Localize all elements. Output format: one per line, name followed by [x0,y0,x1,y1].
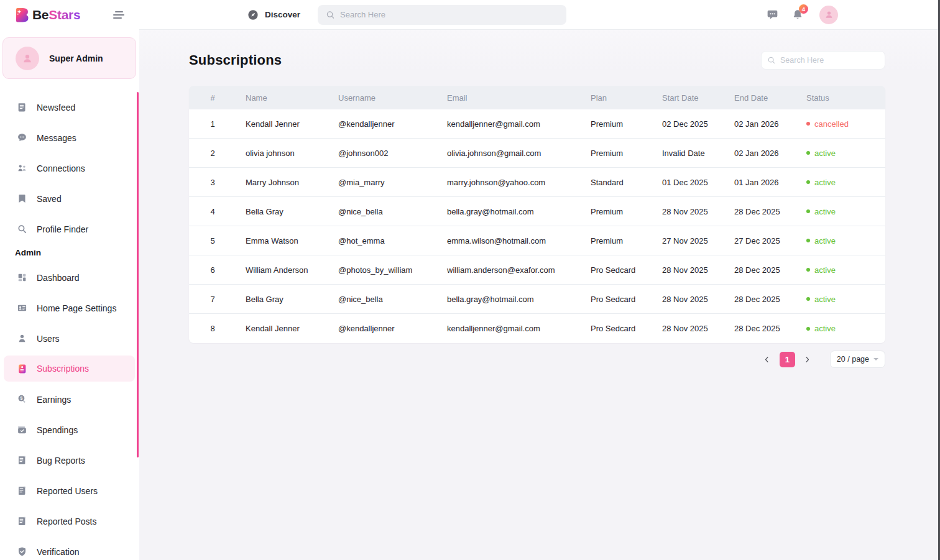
cell-username: @kendalljenner [328,324,437,333]
column-header: Start Date [652,93,724,103]
status-badge: active [814,178,836,187]
sidebar-item-reported-users[interactable]: Reported Users [4,475,135,506]
cell-end-date: 28 Dec 2025 [724,324,796,333]
cell-name: Bella Gray [236,295,328,304]
sidebar-item-profile-finder[interactable]: Profile Finder [4,214,135,244]
table-row[interactable]: 2 olivia johnson @johnson002 olivia.john… [189,139,885,168]
cell-status: active [796,265,885,275]
status-badge: active [814,324,836,333]
cell-index: 2 [189,149,236,158]
users-icon [16,333,27,344]
table-row[interactable]: 1 Kendall Jenner @kendalljenner kendallj… [189,109,885,139]
subscriptions-table: # Name Username Email Plan Start Date En… [189,86,885,343]
cell-end-date: 28 Dec 2025 [724,207,796,216]
title-row: Subscriptions [189,51,885,70]
page-size-select[interactable]: 20 / page [830,351,885,368]
notifications-bell-icon[interactable]: 4 [792,9,803,21]
status-dot-icon [806,180,810,184]
status-dot-icon [806,297,810,301]
status-badge: active [814,149,836,158]
cell-email: olivia.johnson@gmail.com [437,149,580,158]
global-search-input[interactable] [318,5,566,25]
cell-plan: Premium [580,236,652,246]
sidebar-item-newsfeed[interactable]: Newsfeed [4,92,135,122]
chat-icon[interactable] [767,9,778,21]
cell-end-date: 28 Dec 2025 [724,295,796,304]
sidebar-item-subscriptions[interactable]: Subscriptions [4,356,135,382]
sidebar-nav: Newsfeed Messages Connections Saved [0,92,139,560]
sidebar-item-label: Profile Finder [37,224,88,234]
cell-email: marry.johnson@yahoo.com [437,178,580,187]
sidebar-item-connections[interactable]: Connections [4,153,135,183]
cell-start-date: 27 Nov 2025 [652,236,724,246]
cell-index: 7 [189,295,236,304]
bestars-logo-icon[interactable] [15,7,29,23]
discover-button[interactable]: Discover [247,9,300,21]
table-row[interactable]: 6 William Anderson @photos_by_william wi… [189,255,885,285]
cell-index: 1 [189,119,236,129]
cell-plan: Pro Sedcard [580,265,652,275]
cell-end-date: 02 Jan 2026 [724,119,796,129]
cell-plan: Standard [580,178,652,187]
table-search-input[interactable] [761,51,885,70]
cell-email: kendalljenner@gmail.com [437,119,580,129]
cell-name: William Anderson [236,265,328,275]
table-row[interactable]: 7 Bella Gray @nice_bella bella.gray@hotm… [189,285,885,314]
pagination: 1 20 / page [189,351,885,368]
page-title: Subscriptions [189,52,282,68]
cell-end-date: 28 Dec 2025 [724,265,796,275]
cell-plan: Pro Sedcard [580,295,652,304]
sidebar-item-spendings[interactable]: Spendings [4,415,135,445]
subscriptions-icon [16,363,27,374]
sidebar-item-reported-posts[interactable]: Reported Posts [4,506,135,536]
cell-status: active [796,236,885,246]
admin-section-label: Admin [15,248,139,257]
sidebar-item-verification[interactable]: Verification [4,536,135,560]
table-row[interactable]: 4 Bella Gray @nice_bella bella.gray@hotm… [189,197,885,226]
sidebar-item-messages[interactable]: Messages [4,122,135,153]
newsfeed-icon [16,102,27,113]
cell-username: @nice_bella [328,295,437,304]
status-badge: active [814,236,836,246]
status-dot-icon [806,122,810,126]
sidebar-item-home-page-settings[interactable]: Home Page Settings [4,293,135,323]
sidebar-scrollbar[interactable] [137,92,139,457]
cell-username: @hot_emma [328,236,437,246]
pagination-page-button[interactable]: 1 [780,352,795,367]
profile-name: Super Admin [49,53,103,63]
status-dot-icon [806,268,810,272]
sidebar-item-dashboard[interactable]: Dashboard [4,262,135,293]
cell-status: active [796,207,885,216]
sidebar-item-bug-reports[interactable]: Bug Reports [4,445,135,475]
sidebar-toggle-icon[interactable] [112,9,126,21]
pagination-next-button[interactable] [800,352,815,367]
connections-icon [16,163,27,174]
sidebar-item-users[interactable]: Users [4,323,135,354]
cell-name: Emma Watson [236,236,328,246]
cell-status: active [796,295,885,304]
brand-name[interactable]: BeStars [32,7,80,22]
profile-card[interactable]: Super Admin [2,37,136,79]
cell-name: Kendall Jenner [236,324,328,333]
cell-index: 4 [189,207,236,216]
column-header: Email [437,93,580,103]
cell-plan: Premium [580,119,652,129]
search-icon [326,10,335,19]
table-row[interactable]: 3 Marry Johnson @mia_marry marry.johnson… [189,168,885,197]
table-row[interactable]: 5 Emma Watson @hot_emma emma.wilson@hotm… [189,226,885,255]
cell-start-date: 02 Dec 2025 [652,119,724,129]
user-avatar[interactable] [819,6,838,24]
table-row[interactable]: 8 Kendall Jenner @kendalljenner kendallj… [189,314,885,343]
svg-text:$: $ [20,396,22,401]
global-search [318,5,566,25]
page-size-label: 20 / page [837,355,869,364]
cell-name: Kendall Jenner [236,119,328,129]
sidebar-item-earnings[interactable]: $ Earnings [4,384,135,415]
sidebar-item-saved[interactable]: Saved [4,183,135,214]
cell-username: @johnson002 [328,149,437,158]
cell-username: @photos_by_william [328,265,437,275]
sidebar-item-label: Newsfeed [37,103,75,112]
cell-end-date: 27 Dec 2025 [724,236,796,246]
pagination-prev-button[interactable] [760,352,775,367]
cell-email: bella.gray@hotmail.com [437,295,580,304]
